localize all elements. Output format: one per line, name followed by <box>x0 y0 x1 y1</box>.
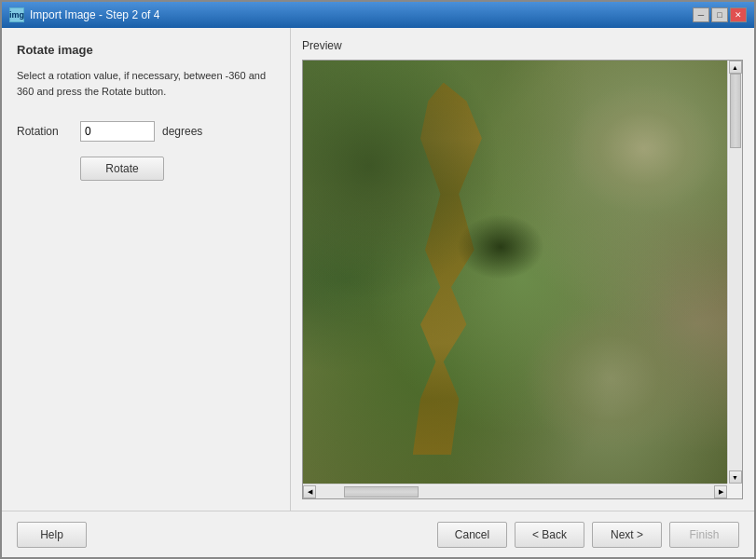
main-window: img Import Image - Step 2 of 4 ─ □ ✕ Rot… <box>0 0 756 559</box>
rotate-button[interactable]: Rotate <box>80 157 164 181</box>
instruction-text: Select a rotation value, if necessary, b… <box>17 68 275 99</box>
vertical-scrollbar: ▲ ▼ <box>727 61 742 484</box>
title-bar: img Import Image - Step 2 of 4 ─ □ ✕ <box>2 2 754 28</box>
maximize-button[interactable]: □ <box>711 7 728 22</box>
rotation-label: Rotation <box>17 125 73 138</box>
preview-inner: ▲ ▼ ◀ ▶ <box>303 61 742 498</box>
window-title: Import Image - Step 2 of 4 <box>30 8 159 21</box>
scroll-thumb-horizontal[interactable] <box>344 486 419 498</box>
left-panel: Rotate image Select a rotation value, if… <box>2 28 291 511</box>
section-title: Rotate image <box>17 43 275 57</box>
footer: Help Cancel < Back Next > Finish <box>2 511 754 557</box>
scroll-left-button[interactable]: ◀ <box>303 485 316 498</box>
urban-area-overlay <box>567 83 721 214</box>
preview-title: Preview <box>302 39 743 52</box>
window-icon: img <box>9 7 24 22</box>
next-button[interactable]: Next > <box>592 522 662 548</box>
horizontal-scrollbar: ◀ ▶ <box>303 484 727 498</box>
scroll-down-button[interactable]: ▼ <box>729 470 742 484</box>
scroll-track-vertical[interactable] <box>729 74 742 470</box>
scroll-corner <box>727 484 742 498</box>
minimize-button[interactable]: ─ <box>693 7 709 22</box>
finish-button[interactable]: Finish <box>669 522 739 548</box>
close-button[interactable]: ✕ <box>730 7 747 22</box>
scroll-track-horizontal[interactable] <box>316 485 714 498</box>
rotation-input[interactable] <box>80 121 155 142</box>
help-button[interactable]: Help <box>17 522 87 548</box>
preview-container: ▲ ▼ ◀ ▶ <box>302 60 743 499</box>
dark-patch-overlay <box>457 214 544 280</box>
scroll-up-button[interactable]: ▲ <box>729 61 742 74</box>
rotation-row: Rotation degrees <box>17 121 275 142</box>
right-panel: Preview ▲ ▼ <box>291 28 754 511</box>
back-button[interactable]: < Back <box>515 522 584 548</box>
footer-right-buttons: Cancel < Back Next > Finish <box>437 522 739 548</box>
scroll-right-button[interactable]: ▶ <box>714 485 727 498</box>
satellite-image <box>303 61 742 498</box>
cancel-button[interactable]: Cancel <box>437 522 507 548</box>
scroll-thumb-vertical[interactable] <box>730 74 741 148</box>
degrees-label: degrees <box>162 125 202 138</box>
content-area: Rotate image Select a rotation value, if… <box>2 28 754 511</box>
title-bar-left: img Import Image - Step 2 of 4 <box>9 7 159 22</box>
title-controls: ─ □ ✕ <box>693 7 747 22</box>
urban-area2-overlay <box>523 302 698 456</box>
